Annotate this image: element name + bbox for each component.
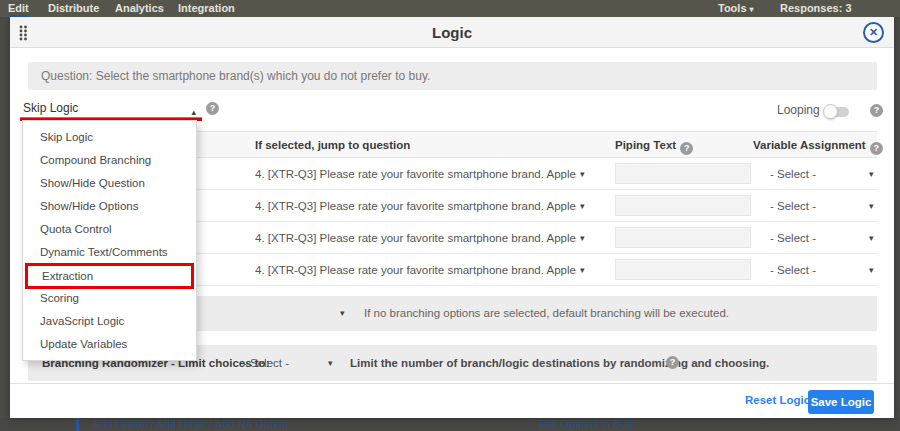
piping-header-label: Piping Text [615,139,676,151]
chevron-down-icon: ▾ [580,190,585,222]
dimmed-backdrop-right [894,17,900,418]
save-logic-button[interactable]: Save Logic [808,390,874,414]
top-menu-bar: Edit Distribute Analytics Integration To… [0,0,900,17]
chevron-down-icon: ▾ [869,158,874,190]
logic-type-dropdown-menu: Skip Logic Compound Branching Show/Hide … [22,120,197,361]
looping-toggle[interactable] [825,107,849,117]
toggle-knob [823,104,838,119]
variable-assignment-select[interactable]: - Select - [770,254,816,286]
tools-label: Tools [718,2,747,14]
piping-text-input[interactable] [615,163,751,184]
responses-count[interactable]: Responses: 3 [780,0,852,17]
nav-tab-distribute[interactable]: Distribute [48,0,99,17]
dimmed-backdrop-left [0,17,10,418]
reset-logic-button[interactable]: Reset Logic [745,394,810,406]
menu-item-scoring[interactable]: Scoring [23,287,196,310]
menu-item-dynamic-text-comments[interactable]: Dynamic Text/Comments [23,241,196,264]
chevron-down-icon: ▾ [750,5,754,14]
edit-options-in-bulk-link[interactable]: Edit Options in Bulk [539,418,635,431]
help-icon[interactable]: ? [666,356,679,369]
modal-footer: Reset Logic Save Logic [10,383,894,418]
menu-item-compound-branching[interactable]: Compound Branching [23,149,196,172]
randomizer-note: Limit the number of branch/logic destina… [350,345,769,381]
jump-to-question-select[interactable]: 4. [XTR-Q3] Please rate your favorite sm… [255,190,595,222]
add-option-links[interactable]: Add Option / Add Other / Add NA Option [93,418,288,431]
piping-text-input[interactable] [615,259,751,280]
nav-tab-integration[interactable]: Integration [178,0,235,17]
tools-menu[interactable]: Tools▾ [718,0,754,17]
column-header-jump: If selected, jump to question [255,132,410,159]
chevron-down-icon: ▾ [580,222,585,254]
nav-tab-analytics[interactable]: Analytics [115,0,164,17]
chevron-down-icon: ▾ [580,254,585,286]
help-icon[interactable]: ? [680,142,693,155]
menu-item-javascript-logic[interactable]: JavaScript Logic [23,310,196,333]
chevron-down-icon: ▾ [340,296,345,331]
menu-item-show-hide-options[interactable]: Show/Hide Options [23,195,196,218]
piping-text-input[interactable] [615,195,751,216]
help-icon[interactable]: ? [870,142,883,155]
logic-type-select[interactable]: Skip Logic ▴ [20,99,202,118]
menu-item-extraction[interactable]: Extraction [25,263,194,289]
logic-modal: Logic ✕ Question: Select the smartphone … [10,17,894,418]
menu-item-show-hide-question[interactable]: Show/Hide Question [23,172,196,195]
variable-assignment-select[interactable]: - Select - [770,158,816,190]
variable-header-label: Variable Assignment [753,139,866,151]
modal-title: Logic [10,17,894,48]
chevron-down-icon: ▾ [869,222,874,254]
menu-item-quota-control[interactable]: Quota Control [23,218,196,241]
variable-assignment-select[interactable]: - Select - [770,190,816,222]
question-context-bar: Question: Select the smartphone brand(s)… [28,62,877,90]
chevron-down-icon: ▾ [869,190,874,222]
question-accent-bar [76,418,79,431]
column-header-variable: Variable Assignment? [753,132,883,159]
chevron-down-icon: ▾ [869,254,874,286]
jump-to-question-select[interactable]: 4. [XTR-Q3] Please rate your favorite sm… [255,222,595,254]
looping-label: Looping [777,103,820,117]
column-header-piping: Piping Text? [615,132,693,159]
logic-type-value: Skip Logic [23,101,78,115]
menu-item-update-variables[interactable]: Update Variables [23,333,196,356]
default-branching-note: If no branching options are selected, de… [364,296,729,331]
menu-item-skip-logic[interactable]: Skip Logic [23,126,196,149]
help-icon[interactable]: ? [870,104,883,117]
piping-text-input[interactable] [615,227,751,248]
chevron-down-icon: ▾ [580,158,585,190]
modal-header: Logic ✕ [10,17,894,48]
close-icon[interactable]: ✕ [863,22,884,43]
randomizer-limit-select[interactable]: - Select - [243,345,289,381]
jump-to-question-select[interactable]: 4. [XTR-Q3] Please rate your favorite sm… [255,158,595,190]
jump-to-question-select[interactable]: 4. [XTR-Q3] Please rate your favorite sm… [255,254,595,286]
dimmed-backdrop-bottom: Add Option / Add Other / Add NA Option E… [0,418,900,431]
nav-tab-edit[interactable]: Edit [8,0,29,17]
variable-assignment-select[interactable]: - Select - [770,222,816,254]
chevron-down-icon: ▾ [328,345,333,381]
help-icon[interactable]: ? [206,102,219,115]
